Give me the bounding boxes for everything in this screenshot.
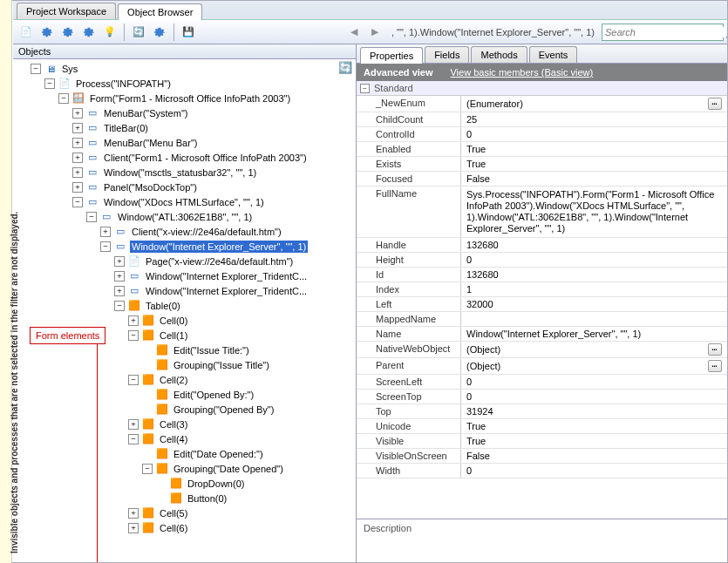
- tree-node-client-xview[interactable]: +▭Client("x-view://2e46a/default.htm"): [13, 224, 356, 239]
- tab-events[interactable]: Events: [529, 46, 578, 63]
- map-object-icon[interactable]: 📄: [17, 23, 36, 42]
- tab-properties[interactable]: Properties: [360, 47, 423, 64]
- tree-node-process[interactable]: −📄Process("INFOPATH"): [13, 76, 356, 91]
- prop-value[interactable]: False: [461, 449, 727, 463]
- save-icon[interactable]: 💾: [179, 23, 198, 42]
- gear1-icon[interactable]: [37, 23, 57, 42]
- prop-value[interactable]: (Enumerator)⋯: [461, 96, 727, 112]
- prop-value[interactable]: 0: [461, 253, 727, 267]
- tree-node-group-date[interactable]: −🟧Grouping("Date Opened"): [13, 461, 356, 476]
- prop-row: FocusedFalse: [357, 172, 727, 187]
- toolbar: 📄 💡 🔄 💾 ◀ ▶ , "", 1).Window("Internet Ex…: [13, 20, 727, 44]
- tree-node-edit-issue[interactable]: 🟧Edit("Issue Title:"): [13, 343, 356, 357]
- tree-node-form[interactable]: −🪟Form("Form1 - Microsoft Office InfoPat…: [13, 91, 356, 105]
- prop-name: Width: [357, 464, 461, 478]
- gear3-icon[interactable]: [79, 23, 99, 42]
- tree-node-edit-opened[interactable]: 🟧Edit("Opened By:"): [13, 387, 356, 402]
- tree-node-dropdown0[interactable]: 🟧DropDown(0): [13, 476, 356, 491]
- tree-node-menubar-menu[interactable]: +▭MenuBar("Menu Bar"): [13, 135, 356, 150]
- prop-value[interactable]: 32000: [461, 297, 727, 311]
- prop-value[interactable]: 132680: [461, 238, 727, 252]
- search-input[interactable]: [605, 27, 726, 37]
- toolbar-separator: [173, 24, 174, 41]
- breadcrumb-path: , "", 1).Window("Internet Explorer_Serve…: [386, 27, 600, 37]
- tree-node-cell5[interactable]: +🟧Cell(5): [13, 505, 356, 520]
- tree-node-xdocs[interactable]: −▭Window("XDocs HTMLSurface", "", 1): [13, 194, 356, 209]
- prop-value[interactable]: 31924: [461, 404, 727, 418]
- tree-node-cell3[interactable]: +🟧Cell(3): [13, 417, 356, 431]
- prop-value[interactable]: True: [461, 434, 727, 448]
- prop-value[interactable]: 0: [461, 127, 727, 141]
- tree-node-group-issue[interactable]: 🟧Grouping("Issue Title"): [13, 357, 356, 372]
- tree-node-titlebar[interactable]: +▭TitleBar(0): [13, 120, 356, 135]
- tree-node-ie-server[interactable]: −▭Window("Internet Explorer_Server", "",…: [13, 239, 356, 254]
- refresh-tree-icon[interactable]: 🔄: [338, 61, 352, 74]
- prop-value[interactable]: 1: [461, 282, 727, 296]
- category-standard[interactable]: −Standard: [357, 81, 727, 96]
- prop-value[interactable]: True: [461, 157, 727, 171]
- properties-grid[interactable]: −Standard _NewEnum(Enumerator)⋯ ChildCou…: [357, 81, 727, 519]
- ellipsis-button[interactable]: ⋯: [708, 98, 722, 110]
- prop-name: _NewEnum: [357, 96, 461, 112]
- prop-value[interactable]: False: [461, 172, 727, 186]
- refresh-icon[interactable]: 🔄: [129, 23, 148, 42]
- tree-node-atl[interactable]: −▭Window("ATL:3062E1B8", "", 1): [13, 209, 356, 224]
- tab-fields[interactable]: Fields: [425, 46, 469, 63]
- property-tabs: Properties Fields Methods Events: [357, 44, 727, 64]
- tree-node-cell2[interactable]: −🟧Cell(2): [13, 372, 356, 387]
- ellipsis-button[interactable]: ⋯: [708, 360, 722, 372]
- object-tree[interactable]: 🔄 −🖥Sys −📄Process("INFOPATH") −🪟Form("Fo…: [13, 59, 356, 537]
- category-label: Standard: [374, 83, 413, 93]
- prop-row: Index1: [357, 282, 727, 297]
- tree-node-group-opened[interactable]: 🟧Grouping("Opened By"): [13, 402, 356, 417]
- highlight-icon[interactable]: 💡: [100, 23, 119, 42]
- prop-row: VisibleTrue: [357, 434, 727, 449]
- tree-node-table0[interactable]: −🟧Table(0): [13, 298, 356, 313]
- top-tabs: Project Workspace Object Browser: [13, 1, 727, 20]
- back-icon[interactable]: ◀: [344, 23, 364, 42]
- prop-value[interactable]: True: [461, 419, 727, 433]
- tree-node-page-xview[interactable]: +📄Page("x-view://2e46a/default.htm"): [13, 254, 356, 268]
- forward-icon[interactable]: ▶: [365, 23, 384, 42]
- prop-value[interactable]: Window("Internet Explorer_Server", "", 1…: [461, 327, 727, 341]
- prop-value[interactable]: 0: [461, 375, 727, 389]
- prop-value[interactable]: (Object)⋯: [461, 342, 727, 357]
- advanced-view-bar: Advanced view View basic members (Basic …: [357, 64, 727, 81]
- prop-row: _NewEnum(Enumerator)⋯: [357, 96, 727, 112]
- collapse-icon[interactable]: −: [360, 84, 370, 93]
- tree-node-panel[interactable]: +▭Panel("MsoDockTop"): [13, 180, 356, 194]
- tree-node-button0[interactable]: 🟧Button(0): [13, 491, 356, 505]
- tree-node-menubar-system[interactable]: +▭MenuBar("System"): [13, 105, 356, 120]
- gear2-icon[interactable]: [58, 23, 78, 42]
- prop-value[interactable]: Sys.Process("INFOPATH").Form("Form1 - Mi…: [461, 187, 727, 237]
- tree-node-trident1[interactable]: +▭Window("Internet Explorer_TridentC...: [13, 268, 356, 283]
- prop-name: Unicode: [357, 419, 461, 433]
- tab-project-workspace[interactable]: Project Workspace: [17, 3, 116, 19]
- tree-node-client[interactable]: +▭Client("Form1 - Microsoft Office InfoP…: [13, 150, 356, 165]
- search-box[interactable]: 🔍▾: [602, 24, 724, 41]
- tab-methods[interactable]: Methods: [471, 46, 527, 63]
- prop-name: Handle: [357, 238, 461, 252]
- tree-node-sys[interactable]: −🖥Sys: [13, 61, 356, 76]
- prop-value[interactable]: 0: [461, 390, 727, 404]
- gear4-icon[interactable]: [150, 23, 169, 42]
- tree-node-statusbar[interactable]: +▭Window("msctls_statusbar32", "", 1): [13, 165, 356, 180]
- prop-value[interactable]: 132680: [461, 268, 727, 282]
- tree-node-cell6[interactable]: +🟧Cell(6): [13, 520, 356, 535]
- tree-node-trident2[interactable]: +▭Window("Internet Explorer_TridentC...: [13, 283, 356, 298]
- tab-object-browser[interactable]: Object Browser: [118, 3, 202, 20]
- tree-node-edit-date[interactable]: 🟧Edit("Date Opened:"): [13, 446, 356, 461]
- basic-view-link[interactable]: View basic members (Basic view): [450, 67, 593, 78]
- prop-value[interactable]: 0: [461, 464, 727, 478]
- prop-value[interactable]: True: [461, 142, 727, 156]
- prop-value[interactable]: (Object)⋯: [461, 358, 727, 374]
- prop-row: Handle132680: [357, 238, 727, 253]
- prop-row: NameWindow("Internet Explorer_Server", "…: [357, 327, 727, 342]
- ellipsis-button[interactable]: ⋯: [708, 343, 722, 356]
- prop-value[interactable]: [461, 312, 727, 326]
- tree-node-cell4[interactable]: −🟧Cell(4): [13, 431, 356, 446]
- prop-value[interactable]: 25: [461, 112, 727, 126]
- prop-name: FullName: [357, 187, 461, 237]
- tree-node-cell0[interactable]: +🟧Cell(0): [13, 313, 356, 328]
- description-label: Description: [364, 523, 412, 533]
